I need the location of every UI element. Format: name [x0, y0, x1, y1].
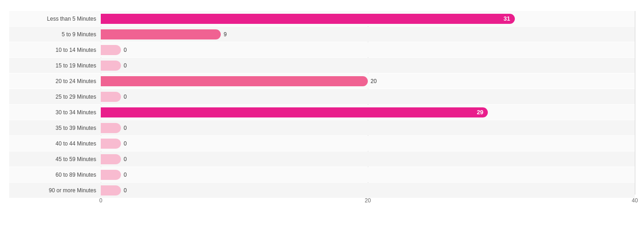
grid-line [635, 11, 635, 195]
bar-value: 31 [503, 15, 510, 22]
bar-value: 0 [124, 125, 127, 131]
bar-row: 60 to 89 Minutes0 [9, 167, 635, 182]
bar-label: 45 to 59 Minutes [9, 156, 101, 162]
bar-label: Less than 5 Minutes [9, 16, 101, 22]
bar-fill [101, 123, 121, 133]
bar-track: 0 [101, 58, 635, 73]
bar-track: 29 [101, 105, 635, 120]
bar-track: 9 [101, 27, 635, 42]
bar-row: Less than 5 Minutes31 [9, 11, 635, 26]
bar-fill [101, 170, 121, 180]
bar-label: 20 to 24 Minutes [9, 78, 101, 84]
x-tick: 20 [365, 197, 371, 204]
bar-row: 35 to 39 Minutes0 [9, 120, 635, 135]
bar-label: 5 to 9 Minutes [9, 31, 101, 38]
bar-row: 40 to 44 Minutes0 [9, 136, 635, 151]
bar-value: 0 [124, 140, 127, 147]
x-tick: 0 [99, 197, 103, 204]
bar-fill [101, 185, 121, 195]
bar-track: 0 [101, 167, 635, 182]
bar-fill [101, 92, 121, 102]
bar-fill [101, 76, 368, 86]
bar-row: 20 to 24 Minutes20 [9, 73, 635, 89]
bars-area: Less than 5 Minutes315 to 9 Minutes910 t… [9, 11, 635, 195]
bar-value: 0 [124, 47, 127, 53]
bar-value: 0 [124, 62, 127, 69]
bar-label: 35 to 39 Minutes [9, 125, 101, 131]
x-axis: 02040 [101, 195, 635, 208]
bar-value: 0 [124, 172, 127, 178]
bar-track: 0 [101, 89, 635, 104]
bar-label: 40 to 44 Minutes [9, 140, 101, 147]
bar-value: 29 [477, 109, 483, 116]
bar-fill [101, 139, 121, 149]
chart-container: Less than 5 Minutes315 to 9 Minutes910 t… [0, 0, 644, 240]
bar-value: 20 [371, 78, 377, 84]
bar-value: 9 [224, 31, 227, 38]
bar-fill: 29 [101, 107, 488, 117]
chart-area: Less than 5 Minutes315 to 9 Minutes910 t… [9, 11, 635, 208]
bar-fill [101, 154, 121, 164]
bar-track: 0 [101, 42, 635, 57]
bar-row: 5 to 9 Minutes9 [9, 27, 635, 42]
bar-label: 15 to 19 Minutes [9, 62, 101, 69]
bar-label: 25 to 29 Minutes [9, 94, 101, 100]
bar-track: 31 [101, 11, 635, 26]
bar-row: 45 to 59 Minutes0 [9, 151, 635, 167]
bar-row: 25 to 29 Minutes0 [9, 89, 635, 104]
bar-fill [101, 29, 221, 39]
bar-track: 20 [101, 73, 635, 89]
bar-label: 90 or more Minutes [9, 187, 101, 194]
bar-fill [101, 45, 121, 55]
bar-row: 15 to 19 Minutes0 [9, 58, 635, 73]
bar-value: 0 [124, 156, 127, 162]
bar-fill [101, 61, 121, 71]
x-tick: 40 [632, 197, 638, 204]
bar-value: 0 [124, 94, 127, 100]
bar-track: 0 [101, 120, 635, 135]
bar-row: 30 to 34 Minutes29 [9, 105, 635, 120]
bar-track: 0 [101, 136, 635, 151]
bar-label: 30 to 34 Minutes [9, 109, 101, 116]
bar-track: 0 [101, 151, 635, 167]
bar-fill: 31 [101, 14, 515, 24]
bar-label: 60 to 89 Minutes [9, 172, 101, 178]
bar-value: 0 [124, 187, 127, 194]
bar-label: 10 to 14 Minutes [9, 47, 101, 53]
bar-row: 10 to 14 Minutes0 [9, 42, 635, 57]
